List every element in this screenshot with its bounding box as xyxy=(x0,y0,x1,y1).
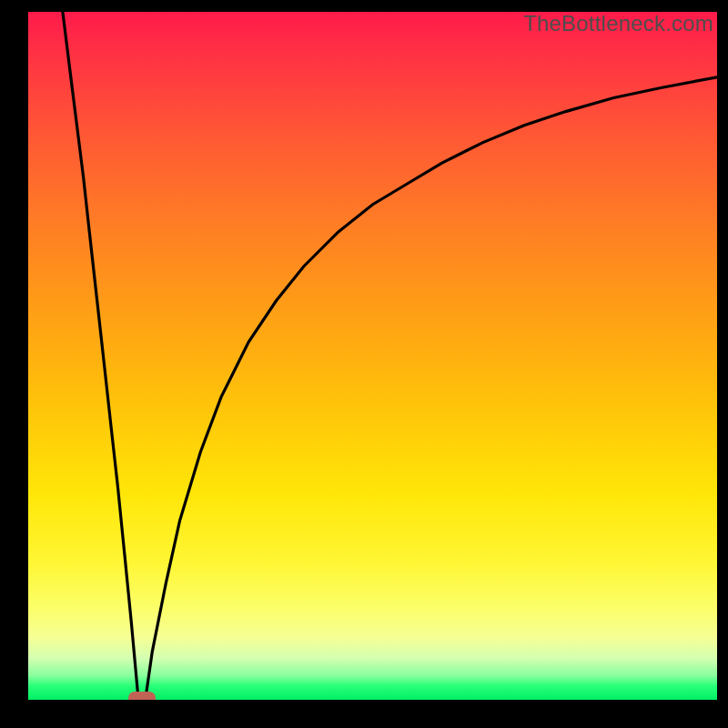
curve-path xyxy=(63,12,717,700)
plot-area xyxy=(28,12,717,700)
chart-frame: TheBottleneck.com xyxy=(0,0,728,728)
watermark-text: TheBottleneck.com xyxy=(523,11,713,36)
bottleneck-curve xyxy=(28,12,717,700)
min-marker-pill xyxy=(128,692,156,700)
